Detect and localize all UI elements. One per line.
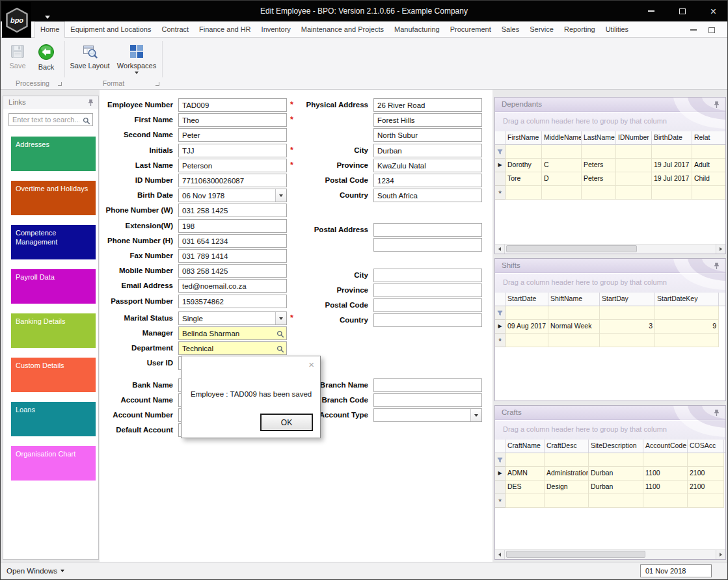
employee-number-input[interactable] [178, 98, 287, 112]
column-header-startdatekey[interactable]: StartDateKey [655, 293, 719, 306]
branch-code-input[interactable] [373, 393, 482, 407]
grid-cell[interactable]: 19 Jul 2017 [652, 172, 692, 186]
links-panel-header[interactable]: Links [3, 96, 98, 109]
new-row-cell[interactable] [545, 494, 589, 508]
filter-cell[interactable] [582, 145, 616, 159]
tab-finance-and-hr[interactable]: Finance and HR [194, 21, 256, 38]
grid-cell[interactable]: ADMN [506, 467, 545, 481]
column-header-relat[interactable]: Relat [692, 131, 725, 145]
search-icon[interactable] [276, 344, 284, 356]
tab-service[interactable]: Service [524, 21, 559, 38]
column-header-lastname[interactable]: LastName [582, 131, 616, 145]
tab-procurement[interactable]: Procurement [445, 21, 496, 38]
scrollbar-track[interactable] [505, 550, 716, 559]
links-search-input[interactable] [8, 113, 93, 126]
grid-cell[interactable]: Administration [545, 467, 589, 481]
tab-home[interactable]: Home [34, 21, 65, 38]
grid-cell[interactable]: Durban [589, 467, 643, 481]
close-button[interactable]: × [708, 7, 718, 16]
filter-cell[interactable] [643, 453, 688, 467]
workspaces-button[interactable]: Workspaces [114, 40, 159, 74]
column-header-startday[interactable]: StartDay [600, 293, 655, 306]
open-windows-button[interactable]: Open Windows [7, 567, 64, 575]
column-header-cosacc[interactable]: COSAcc [688, 440, 724, 453]
country-input[interactable] [373, 189, 482, 202]
scrollbar-thumb[interactable] [506, 245, 637, 252]
passport-number-input[interactable] [178, 295, 287, 308]
horizontal-scrollbar[interactable] [495, 549, 725, 559]
grid-cell[interactable]: Tore [506, 172, 542, 186]
search-icon[interactable] [276, 329, 284, 341]
tab-manufacturing[interactable]: Manufacturing [389, 21, 445, 38]
dialog-launcher-icon[interactable] [155, 82, 159, 86]
physical-address-input[interactable] [373, 98, 482, 112]
grid-cell[interactable]: 1100 [643, 467, 688, 481]
app-menu-logo[interactable]: bpo [2, 2, 31, 38]
city-input[interactable] [373, 269, 482, 282]
grid-cell[interactable]: Peters [582, 172, 616, 186]
column-header-accountcode[interactable]: AccountCode [643, 440, 688, 453]
phone-number-w-input[interactable] [178, 204, 287, 217]
new-row-cell[interactable] [600, 334, 655, 347]
new-row-cell[interactable] [688, 494, 724, 508]
grid-cell[interactable]: DES [506, 481, 545, 494]
chevron-down-icon[interactable] [275, 312, 286, 324]
tab-reporting[interactable]: Reporting [559, 21, 600, 38]
horizontal-scrollbar[interactable] [495, 244, 725, 254]
scroll-left-icon[interactable] [495, 244, 505, 254]
grid-cell[interactable]: 9 [655, 320, 719, 334]
ribbon-options-icon[interactable] [707, 25, 717, 34]
postal-code-input[interactable] [373, 298, 482, 312]
address-line-input[interactable] [373, 238, 482, 252]
column-header-startdate[interactable]: StartDate [506, 293, 548, 306]
new-row-cell[interactable] [652, 186, 692, 200]
link-banking-details[interactable]: Banking Details [11, 313, 96, 348]
grid-cell[interactable]: Child [692, 172, 725, 186]
mobile-number-input[interactable] [178, 264, 287, 278]
first-name-input[interactable] [178, 113, 287, 127]
grid-cell[interactable]: 09 Aug 2017 [506, 320, 548, 334]
dialog-close-icon[interactable]: × [308, 360, 314, 369]
second-name-input[interactable] [178, 128, 287, 142]
scroll-right-icon[interactable] [716, 244, 725, 254]
link-overtime-and-holidays[interactable]: Overtime and Holidays [11, 181, 96, 215]
account-type-input[interactable] [373, 408, 482, 422]
new-row-cell[interactable] [616, 186, 652, 200]
new-row-cell[interactable] [506, 494, 545, 508]
filter-cell[interactable] [548, 306, 600, 320]
address-line-input[interactable] [373, 128, 482, 142]
grid-cell[interactable]: 1100 [643, 481, 688, 494]
column-header-idnumber[interactable]: IDNumber [616, 131, 652, 145]
phone-number-h-input[interactable] [178, 234, 287, 248]
maximize-button[interactable] [677, 7, 687, 16]
new-row-cell[interactable] [692, 186, 725, 200]
grid-cell[interactable]: Durban [589, 481, 643, 494]
dependants-panel-header[interactable]: Dependants Drag a column header here to … [495, 98, 725, 131]
column-header-firstname[interactable]: FirstName [506, 131, 542, 145]
link-addresses[interactable]: Addresses [11, 137, 96, 171]
tab-sales[interactable]: Sales [496, 21, 525, 38]
new-row-cell[interactable] [655, 334, 719, 347]
address-line-input[interactable] [373, 113, 482, 127]
pin-icon[interactable] [713, 262, 720, 270]
filter-cell[interactable] [652, 145, 692, 159]
status-date-field[interactable]: 01 Nov 2018 [640, 564, 712, 577]
back-button[interactable]: Back [32, 40, 61, 72]
link-payroll-data[interactable]: Payroll Data [11, 269, 96, 304]
grid-cell[interactable]: 2100 [688, 467, 724, 481]
minimize-ribbon-icon[interactable] [688, 25, 699, 34]
column-header-middlename[interactable]: MiddleName [542, 131, 582, 145]
dialog-launcher-icon[interactable] [58, 82, 62, 86]
tab-maintenance-and-projects[interactable]: Maintenance and Projects [296, 21, 389, 38]
grid-cell[interactable]: Peters [582, 159, 616, 172]
postal-code-input[interactable] [373, 174, 482, 187]
province-input[interactable] [373, 159, 482, 172]
minimize-button[interactable] [646, 7, 656, 16]
dialog-ok-button[interactable]: OK [260, 414, 313, 431]
column-header-shiftname[interactable]: ShiftName [548, 293, 600, 306]
filter-cell[interactable] [692, 145, 725, 159]
filter-cell[interactable] [655, 306, 719, 320]
link-competence-management[interactable]: Competence Management [11, 225, 96, 259]
birth-date-input[interactable] [178, 189, 287, 202]
extension-w-input[interactable] [178, 219, 287, 233]
